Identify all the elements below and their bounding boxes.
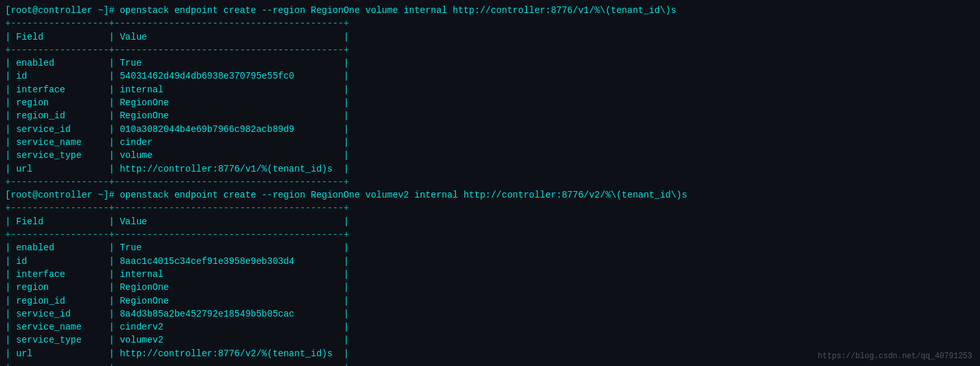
command-section-1: [root@controller ~]# openstack endpoint … [5, 4, 975, 189]
watermark: https://blog.csdn.net/qq_40791253 [818, 352, 972, 361]
table-row: | id | 8aac1c4015c34cef91e3958e9eb303d4 … [5, 255, 975, 268]
header-border-1: +------------------+--------------------… [5, 44, 975, 57]
table-row: | url | http://controller:8776/v1/%(tena… [5, 163, 975, 176]
table-row: | service_id | 8a4d3b85a2be452792e18549b… [5, 307, 975, 320]
table-row: | service_type | volume | [5, 149, 975, 162]
table-row: | region_id | RegionOne | [5, 294, 975, 307]
table-row: | interface | internal | [5, 268, 975, 281]
table-row: | service_name | cinder | [5, 136, 975, 149]
table-row: | region_id | RegionOne | [5, 109, 975, 122]
command-section-2: [root@controller ~]# openstack endpoint … [5, 189, 975, 366]
table-row: | service_id | 010a3082044b4e69b7966c982… [5, 123, 975, 136]
table-row: | service_type | volumev2 | [5, 333, 975, 346]
table-body-1: | enabled | True || id | 54031462d49d4db… [5, 57, 975, 176]
top-border-1: +------------------+--------------------… [5, 17, 975, 30]
table-row: | enabled | True | [5, 57, 975, 70]
table-row: | region | RegionOne | [5, 281, 975, 294]
command-line-1: [root@controller ~]# openstack endpoint … [5, 4, 975, 17]
table-body-2: | enabled | True || id | 8aac1c4015c34ce… [5, 241, 975, 360]
bottom-border-2: +------------------+--------------------… [5, 360, 975, 366]
header-2: | Field | Value | [5, 215, 975, 228]
header-1: | Field | Value | [5, 31, 975, 44]
table-row: | service_name | cinderv2 | [5, 320, 975, 333]
table-row: | enabled | True | [5, 241, 975, 254]
header-border-2: +------------------+--------------------… [5, 228, 975, 241]
terminal-window: [root@controller ~]# openstack endpoint … [0, 3, 980, 366]
bottom-border-1: +------------------+--------------------… [5, 176, 975, 189]
table-row: | interface | internal | [5, 83, 975, 96]
table-row: | region | RegionOne | [5, 96, 975, 109]
top-border-2: +------------------+--------------------… [5, 202, 975, 215]
command-line-2: [root@controller ~]# openstack endpoint … [5, 189, 975, 202]
table-row: | id | 54031462d49d4db6938e370795e55fc0 … [5, 70, 975, 83]
